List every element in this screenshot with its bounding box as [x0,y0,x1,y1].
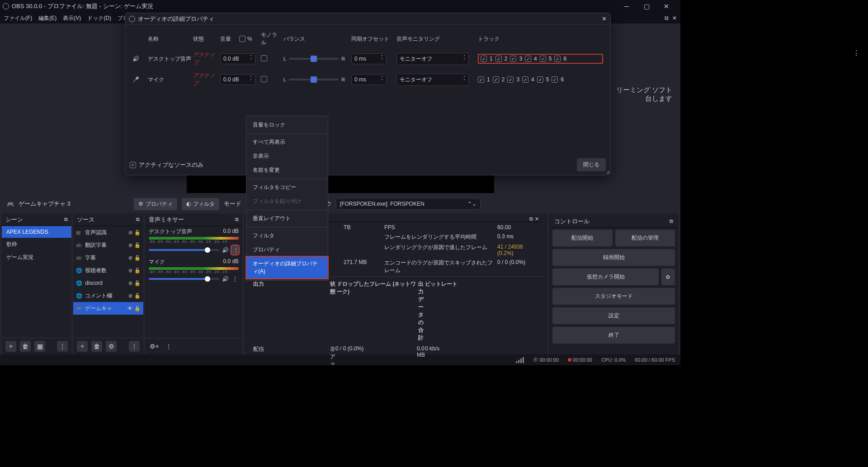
track-3-checkbox[interactable] [510,56,516,62]
dialog-close-btn[interactable]: 閉じる [577,158,606,171]
visibility-icon[interactable]: ⊘ [128,293,132,299]
track-6-checkbox[interactable] [554,56,561,62]
track-5-checkbox[interactable] [540,56,546,62]
context-menu-item[interactable]: フィルタ [246,229,328,243]
percent-checkbox[interactable] [239,36,245,42]
source-item[interactable]: 🎮ゲームキャ👁🔓 [73,302,143,315]
scene-remove-button[interactable]: 🗑 [20,341,31,352]
volume-spinbox[interactable]: 0.0 dB˄˅ [220,74,255,85]
source-item[interactable]: ab翻訳字幕⊘🔓 [73,239,143,251]
monitor-select[interactable]: モニターオフ˄˅ [396,53,469,65]
mono-checkbox[interactable] [261,55,267,61]
scene-item[interactable]: 歌枠 [2,238,71,251]
balance-slider[interactable]: LR [283,53,350,64]
start-stream-button[interactable]: 配信開始 [552,230,612,246]
track-2-checkbox[interactable] [495,56,502,62]
track-3-checkbox[interactable] [507,76,514,83]
track-1-checkbox[interactable] [481,56,487,62]
mono-checkbox[interactable] [261,76,267,82]
lock-icon[interactable]: 🔓 [134,242,141,248]
track-4-checkbox[interactable] [522,76,528,83]
lock-icon[interactable]: 🔓 [134,230,141,236]
scene-item[interactable]: ゲーム実況 [2,251,71,264]
visibility-icon[interactable]: ⊘ [128,268,132,274]
visibility-icon[interactable]: 👁 [127,306,132,311]
lock-icon[interactable]: 🔓 [134,306,141,311]
settings-button[interactable]: 設定 [552,307,675,324]
balance-slider[interactable]: LR [283,74,350,85]
menu-dock[interactable]: ドック(D) [87,14,111,22]
context-menu-item[interactable]: オーディオの詳細プロパティ(A) [246,257,328,278]
menu-view[interactable]: 表示(V) [63,14,81,22]
source-remove-button[interactable]: 🗑 [91,341,102,352]
mixer-advanced-button[interactable]: ⚙⚙ [149,341,160,352]
mixer-menu-button[interactable]: ⋮ [163,341,174,352]
source-add-button[interactable]: ＋ [77,341,88,352]
source-props-button[interactable]: ⚙ [106,341,117,352]
menu-edit[interactable]: 編集(E) [38,14,57,22]
visibility-icon[interactable]: ⊘ [128,230,132,236]
context-menu-item[interactable]: すべて再表示 [246,135,328,149]
visibility-icon[interactable]: ⊘ [128,242,132,248]
popout-icon[interactable]: ⧉ [136,217,140,222]
lock-icon[interactable]: 🔓 [134,280,141,286]
filter-button[interactable]: ◐フィルタ [182,198,219,210]
exit-button[interactable]: 終了 [552,327,675,344]
popout-icon[interactable]: ⧉ [64,217,68,222]
context-menu-item[interactable]: プロパティ [246,243,328,257]
context-menu-item[interactable]: フィルタをコピー [246,180,328,194]
context-menu-item[interactable]: 垂直レイアウト [246,212,328,226]
dialog-close-button[interactable]: ✕ [602,15,607,22]
lock-icon[interactable]: 🔓 [134,268,141,274]
scene-add-button[interactable]: ＋ [5,341,16,352]
virtual-cam-settings-button[interactable]: ⚙ [661,269,675,285]
menu-file[interactable]: ファイル(F) [4,14,32,22]
speaker-icon[interactable]: 🔊 [222,247,229,253]
popout-icon[interactable]: ⧉ [670,218,673,224]
track-4-checkbox[interactable] [525,56,531,62]
track-menu-button[interactable]: ⋮ [231,276,239,282]
volume-slider[interactable] [149,249,220,251]
speaker-icon[interactable]: 🔊 [222,276,229,282]
source-item[interactable]: ab字幕⊘🔓 [73,251,143,264]
volume-slider[interactable] [149,278,220,280]
context-menu-item[interactable]: 非表示 [246,149,328,163]
maximize-button[interactable]: ▢ [640,3,653,10]
context-menu-item[interactable]: 音量をロック [246,118,328,132]
visibility-icon[interactable]: ⊘ [128,255,132,261]
source-item[interactable]: 🌐discord⊘🔓 [73,277,143,289]
studio-mode-button[interactable]: スタジオモード [552,288,675,305]
volume-spinbox[interactable]: 0.0 dB˄˅ [220,53,255,64]
scene-filter-button[interactable]: ▦ [34,341,45,352]
manage-stream-button[interactable]: 配信の管理 [615,230,675,246]
track-menu-button[interactable]: ⋮ [231,245,239,255]
source-item[interactable]: 🌐コメント欄⊘🔓 [73,289,143,302]
close-button[interactable]: ✕ [660,3,673,10]
source-item[interactable]: ▤音声認識⊘🔓 [73,226,143,239]
active-only-checkbox[interactable] [130,162,136,168]
popout-icon[interactable]: ⧉ [235,217,239,222]
sync-spinbox[interactable]: 0 ms˄˅ [351,74,387,85]
track-1-checkbox[interactable] [478,76,484,83]
context-menu-item[interactable]: 名前を変更 [246,163,328,177]
start-record-button[interactable]: 録画開始 [552,249,675,266]
monitor-select[interactable]: モニターオフ˄˅ [396,74,469,86]
track-6-checkbox[interactable] [552,76,558,83]
scene-item[interactable]: APEX LEGENDS [2,226,71,238]
minimize-button[interactable]: ─ [620,3,633,10]
visibility-icon[interactable]: ⊘ [128,280,132,286]
lock-icon[interactable]: 🔓 [134,293,141,299]
virtual-cam-button[interactable]: 仮想カメラ開始 [552,269,659,285]
source-more-button[interactable]: ⋮ [129,341,140,352]
properties-button[interactable]: ⚙プロパティ [134,198,177,210]
scene-more-button[interactable]: ⋮ [57,341,68,352]
lock-icon[interactable]: 🔓 [134,255,141,261]
track-5-checkbox[interactable] [537,76,543,83]
track-2-checkbox[interactable] [493,76,499,83]
dock-popout-icon[interactable]: ⧉ [665,15,669,21]
window-select[interactable]: [FORSPOKEN.exe]: FORSPOKEN⌃⌄ [336,198,481,210]
source-item[interactable]: 🌐視聴者数⊘🔓 [73,264,143,277]
sync-spinbox[interactable]: 0 ms˄˅ [351,53,387,64]
popout-icon[interactable]: ⧉ [529,216,533,222]
close-icon[interactable]: ✕ [535,216,539,222]
